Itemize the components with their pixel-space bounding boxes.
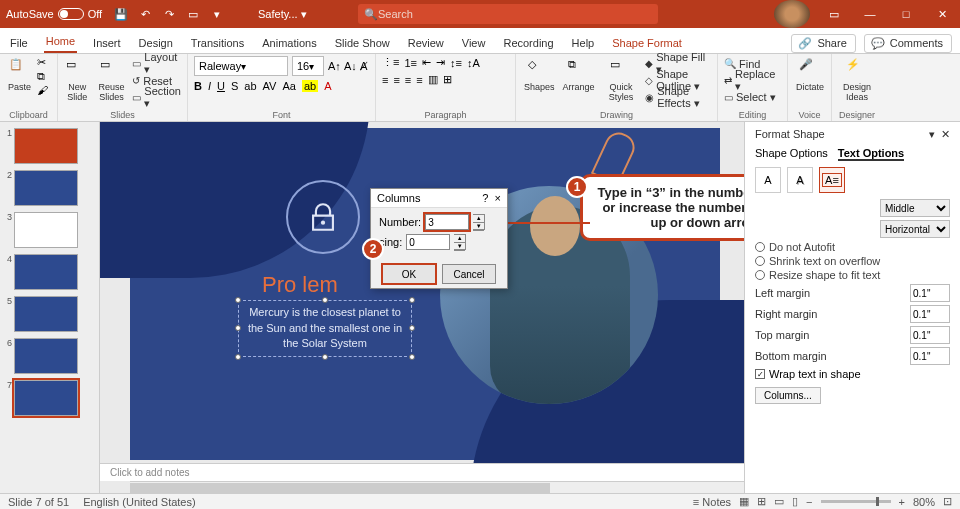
thumb-1[interactable] [14, 128, 78, 164]
text-direction-icon[interactable]: ↕A [467, 57, 480, 69]
notes-placeholder[interactable]: Click to add notes [100, 463, 744, 481]
redo-icon[interactable]: ↷ [162, 7, 176, 21]
minimize-icon[interactable]: — [852, 0, 888, 28]
case-icon[interactable]: Aa [282, 80, 295, 92]
shape-options-tab[interactable]: Shape Options [755, 147, 828, 161]
thumb-6[interactable] [14, 338, 78, 374]
outdent-icon[interactable]: ⇤ [422, 56, 431, 69]
section-button[interactable]: ▭ Section ▾ [132, 90, 181, 105]
clear-format-icon[interactable]: A̸ [360, 60, 372, 72]
slide-stage[interactable]: Pro lem Mercury is the closest planet to… [100, 122, 744, 493]
shape-effects-button[interactable]: ◉ Shape Effects ▾ [645, 90, 711, 105]
justify-icon[interactable]: ≡ [416, 74, 422, 86]
font-family-select[interactable]: Raleway ▾ [194, 56, 288, 76]
shrink-font-icon[interactable]: A↓ [344, 60, 356, 72]
reuse-slides-button[interactable]: ▭Reuse Slides [95, 56, 129, 104]
notes-toggle[interactable]: ≡ Notes [693, 496, 731, 508]
autofit-shrink-radio[interactable]: Shrink text on overflow [755, 255, 950, 267]
ok-button[interactable]: OK [382, 264, 436, 284]
autofit-resize-radio[interactable]: Resize shape to fit text [755, 269, 950, 281]
autofit-none-radio[interactable]: Do not Autofit [755, 241, 950, 253]
vertical-align-select[interactable]: Middle [880, 199, 950, 217]
pane-close-icon[interactable]: ✕ [941, 128, 950, 140]
tab-review[interactable]: Review [406, 32, 446, 53]
zoom-level[interactable]: 80% [913, 496, 935, 508]
tab-recording[interactable]: Recording [501, 32, 555, 53]
columns-button[interactable]: Columns... [755, 387, 821, 404]
text-fill-icon[interactable]: A [755, 167, 781, 193]
dictate-button[interactable]: 🎤Dictate [794, 56, 826, 94]
cut-icon[interactable]: ✂ [37, 56, 49, 68]
slide-count[interactable]: Slide 7 of 51 [8, 496, 69, 508]
format-painter-icon[interactable]: 🖌 [37, 84, 49, 96]
wrap-text-checkbox[interactable]: ✓Wrap text in shape [755, 368, 950, 380]
align-right-icon[interactable]: ≡ [405, 74, 411, 86]
top-margin-input[interactable] [910, 326, 950, 344]
normal-view-icon[interactable]: ▦ [739, 495, 749, 508]
design-ideas-button[interactable]: ⚡Design Ideas [838, 56, 876, 104]
search-input[interactable] [378, 8, 652, 20]
arrange-button[interactable]: ⧉Arrange [561, 56, 597, 94]
layout-button[interactable]: ▭ Layout ▾ [132, 56, 181, 71]
new-slide-button[interactable]: ▭New Slide [64, 56, 91, 104]
thumb-2[interactable] [14, 170, 78, 206]
tab-view[interactable]: View [460, 32, 488, 53]
highlight-icon[interactable]: ab [302, 80, 318, 92]
language-status[interactable]: English (United States) [83, 496, 196, 508]
zoom-slider[interactable] [821, 500, 891, 503]
underline-icon[interactable]: U [217, 80, 225, 92]
undo-icon[interactable]: ↶ [138, 7, 152, 21]
pane-dropdown-icon[interactable]: ▾ [929, 128, 935, 140]
number-spinner[interactable]: ▲▼ [473, 214, 485, 230]
numbering-icon[interactable]: 1≡ [404, 57, 417, 69]
autosave-toggle[interactable]: AutoSave Off [0, 8, 108, 20]
zoom-out-icon[interactable]: − [806, 496, 812, 508]
close-icon[interactable]: ✕ [924, 0, 960, 28]
select-button[interactable]: ▭ Select ▾ [724, 90, 781, 105]
tab-shape-format[interactable]: Shape Format [610, 32, 684, 53]
tab-design[interactable]: Design [137, 32, 175, 53]
reading-view-icon[interactable]: ▭ [774, 495, 784, 508]
font-size-select[interactable]: 16 ▾ [292, 56, 324, 76]
slideshow-view-icon[interactable]: ▯ [792, 495, 798, 508]
horizontal-scrollbar[interactable] [130, 481, 744, 493]
columns-number-input[interactable] [425, 214, 469, 230]
smartart-icon[interactable]: ⊞ [443, 73, 452, 86]
quick-styles-button[interactable]: ▭Quick Styles [601, 56, 642, 104]
dialog-help-icon[interactable]: ? [482, 192, 488, 204]
slide-thumbnails[interactable]: 1 2 3 4 5 6 7 [0, 122, 100, 493]
bottom-margin-input[interactable] [910, 347, 950, 365]
line-spacing-icon[interactable]: ↕≡ [450, 57, 462, 69]
left-margin-input[interactable] [910, 284, 950, 302]
tab-animations[interactable]: Animations [260, 32, 318, 53]
bullets-icon[interactable]: ⋮≡ [382, 56, 399, 69]
thumb-4[interactable] [14, 254, 78, 290]
shapes-button[interactable]: ◇Shapes [522, 56, 557, 94]
text-effects-icon[interactable]: A [787, 167, 813, 193]
columns-icon[interactable]: ▥ [428, 73, 438, 86]
spacing-spinner[interactable]: ▲▼ [454, 234, 466, 250]
share-button[interactable]: 🔗 Share [791, 34, 855, 53]
strike-icon[interactable]: S [231, 80, 238, 92]
save-icon[interactable]: 💾 [114, 7, 128, 21]
indent-icon[interactable]: ⇥ [436, 56, 445, 69]
tab-help[interactable]: Help [570, 32, 597, 53]
tab-transitions[interactable]: Transitions [189, 32, 246, 53]
align-left-icon[interactable]: ≡ [382, 74, 388, 86]
thumb-7[interactable] [14, 380, 78, 416]
tab-insert[interactable]: Insert [91, 32, 123, 53]
text-direction-select[interactable]: Horizontal [880, 220, 950, 238]
slide-title[interactable]: Pro lem [262, 272, 338, 298]
qat-more-icon[interactable]: ▾ [210, 7, 224, 21]
slide-body-textbox[interactable]: Mercury is the closest planet to the Sun… [238, 300, 412, 357]
sorter-view-icon[interactable]: ⊞ [757, 495, 766, 508]
dialog-close-icon[interactable]: × [495, 192, 501, 204]
bold-icon[interactable]: B [194, 80, 202, 92]
maximize-icon[interactable]: □ [888, 0, 924, 28]
grow-font-icon[interactable]: A↑ [328, 60, 340, 72]
start-show-icon[interactable]: ▭ [186, 7, 200, 21]
tab-home[interactable]: Home [44, 30, 77, 53]
font-color-icon[interactable]: A [324, 80, 331, 92]
document-name[interactable]: Safety... ▾ [258, 8, 307, 21]
paste-button[interactable]: 📋Paste [6, 56, 33, 94]
